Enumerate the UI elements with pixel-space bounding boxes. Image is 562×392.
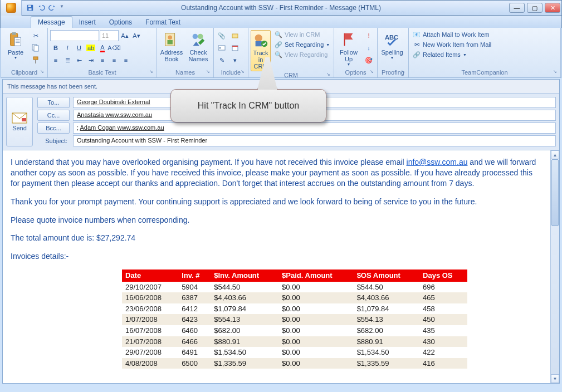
table-row: 29/07/20086491$1,534.50$0.00$1,534.50422 [122,347,467,358]
office-button[interactable] [1,0,22,16]
save-icon[interactable] [26,4,34,12]
italic-button[interactable]: I [62,42,73,53]
view-regarding-icon: 🔍 [275,51,282,58]
table-cell: $1,079.84 [354,303,419,315]
grow-font-icon[interactable]: A▴ [119,30,130,41]
scrollbar-vertical[interactable]: ▲ ▼ [550,150,559,383]
tab-formattext[interactable]: Format Text [139,17,187,28]
message-area: This message has not been sent. Send To.… [2,79,560,384]
indent-icon[interactable]: ⇥ [85,55,96,66]
attach-item-icon[interactable] [229,30,241,41]
paste-button[interactable]: Paste ▼ [3,30,28,61]
email-link[interactable]: info@ssw.com.au [407,158,468,166]
outdent-icon[interactable]: ⇤ [74,55,85,66]
scroll-down-button[interactable]: ▼ [551,374,559,383]
new-workitem-button[interactable]: ✉New Work Item from Mail [411,40,493,49]
importance-high-icon[interactable]: ! [363,30,374,41]
svg-point-14 [168,36,172,40]
bold-button[interactable]: B [50,42,61,53]
bcc-field[interactable]: ; Adam Cogan www.ssw.com.au [73,122,556,134]
table-cell: 16/07/2008 [122,325,178,336]
to-button[interactable]: To... [37,97,70,108]
signature-dropdown-icon[interactable]: ▾ [229,55,241,66]
follow-up-label: Follow Up [338,49,360,62]
view-regarding-label: View Regarding [285,51,328,58]
subject-field[interactable]: Outstanding Account with SSW - First Rem… [73,135,556,146]
set-regarding-button[interactable]: 🔗Set Regarding ▼ [273,40,331,49]
signature-icon[interactable]: ✎ [216,55,227,66]
maximize-button[interactable]: ▢ [527,3,543,13]
send-label: Send [12,125,27,131]
svg-rect-11 [33,57,38,60]
follow-up-button[interactable]: Follow Up ▼ [336,30,361,68]
tab-insert[interactable]: Insert [72,17,102,28]
business-card-icon[interactable] [216,42,227,53]
clipboard-label: Clipboard [3,68,45,76]
attach-file-icon[interactable]: 📎 [216,30,227,41]
fontsize-select[interactable]: 11 [100,30,119,41]
redo-icon[interactable] [48,4,56,12]
bcc-button[interactable]: Bcc... [37,122,70,134]
view-crm-icon: 🔍 [275,31,282,38]
cc-button[interactable]: Cc... [37,110,70,121]
attach-mail-workitem-button[interactable]: 📧Attach Mail to Work Item [411,30,493,39]
send-button[interactable]: Send [6,97,33,146]
team-label: TeamCompanion [411,68,558,76]
format-painter-icon[interactable] [30,55,41,66]
paste-label: Paste [8,49,23,56]
message-body[interactable]: I understand that you may have overlooke… [3,150,550,383]
calendar-attach-icon[interactable] [229,42,241,53]
svg-rect-24 [256,41,262,46]
table-cell: 5904 [178,282,211,293]
align-center-icon[interactable]: ≡ [109,55,120,66]
highlight-icon[interactable]: ab [85,42,96,53]
table-cell: 6466 [178,336,211,347]
address-book-button[interactable]: Address Book [159,30,184,63]
numbering-icon[interactable]: ≣ [62,55,73,66]
tab-message[interactable]: Message [31,16,72,28]
font-select[interactable] [50,30,99,41]
send-icon [12,112,27,124]
scroll-thumb[interactable] [551,159,559,226]
align-left-icon[interactable]: ≡ [97,55,108,66]
table-row: 23/06/20086412$1,079.84$0.00$1,079.84458 [122,303,467,315]
spelling-button[interactable]: ABC Spelling ▼ [380,30,404,61]
related-items-button[interactable]: 🔗Related Items ▼ [411,50,493,59]
undo-icon[interactable] [37,4,45,12]
svg-rect-20 [232,34,238,38]
svg-point-16 [193,34,198,39]
align-right-icon[interactable]: ≡ [120,55,131,66]
shrink-font-icon[interactable]: A▾ [131,30,142,41]
tab-options[interactable]: Options [102,17,139,28]
scroll-track[interactable] [551,159,559,374]
table-cell: $1,534.50 [211,347,278,358]
view-in-crm-button[interactable]: 🔍View in CRM [273,30,331,39]
scroll-up-button[interactable]: ▲ [551,150,559,159]
bullets-icon[interactable]: ≡ [50,55,61,66]
table-cell: 6423 [178,314,211,325]
clear-formatting-icon[interactable]: A⌫ [109,42,120,53]
svg-point-23 [255,35,262,42]
svg-point-17 [198,34,203,39]
table-cell: $682.00 [211,325,278,336]
check-names-label: Check Names [187,49,209,62]
svg-rect-10 [34,46,38,51]
importance-low-icon[interactable]: ↓ [363,42,374,53]
minimize-button[interactable]: — [509,3,525,13]
check-names-button[interactable]: Check Names [186,30,211,63]
view-regarding-button[interactable]: 🔍View Regarding [273,50,331,59]
permission-icon[interactable]: 🎯 [363,55,374,66]
table-cell: $0.00 [278,314,354,325]
underline-button[interactable]: U [74,42,85,53]
view-crm-label: View in CRM [285,31,320,38]
close-button[interactable]: ✕ [545,3,560,13]
table-row: 16/06/20086387$4,403.66$0.00$4,403.66465 [122,292,467,303]
table-row: 21/07/20086466$880.91$0.00$880.91430 [122,336,467,347]
font-color-icon[interactable]: A [97,42,108,53]
table-cell: 450 [419,314,467,325]
table-cell: 435 [419,325,467,336]
table-cell: 416 [419,358,467,369]
cut-icon[interactable]: ✂ [30,30,41,41]
qat-dropdown-icon[interactable]: ▼ [60,4,67,12]
copy-icon[interactable] [30,42,41,53]
